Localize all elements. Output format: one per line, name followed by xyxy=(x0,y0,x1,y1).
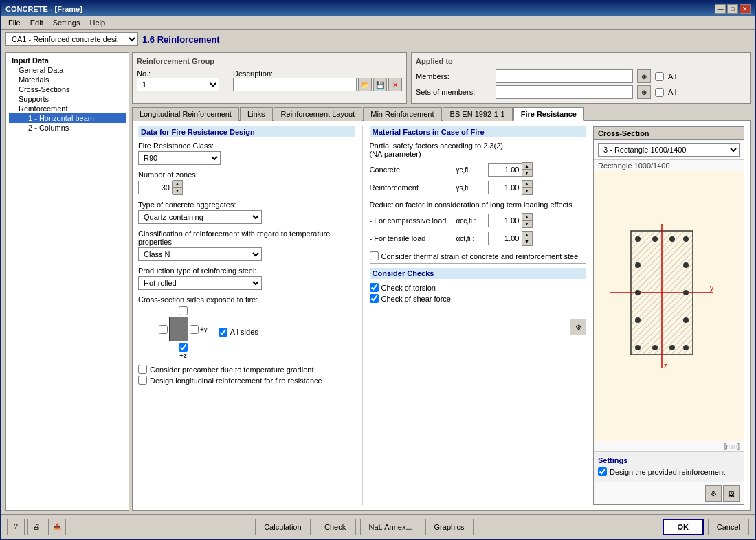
tree-columns[interactable]: 2 - Columns xyxy=(9,123,126,133)
nat-annex-button[interactable]: Nat. Annex... xyxy=(360,519,421,535)
svg-point-15 xyxy=(635,290,641,295)
thermal-checkbox[interactable] xyxy=(370,251,379,260)
compress-down-btn[interactable]: ▼ xyxy=(522,221,532,227)
section-label: 1.6 Reinforcement xyxy=(142,34,220,45)
precamber-checkbox[interactable] xyxy=(138,365,147,374)
tensile-down-btn[interactable]: ▼ xyxy=(522,238,532,245)
help-btn[interactable]: ? xyxy=(7,519,25,535)
sets-label: Sets of members: xyxy=(416,88,491,96)
longitudinal-reinf-checkbox[interactable] xyxy=(138,376,147,385)
tensile-up-btn[interactable]: ▲ xyxy=(522,232,532,238)
members-label: Members: xyxy=(416,72,491,80)
menu-edit[interactable]: Edit xyxy=(26,17,47,28)
shear-checkbox[interactable] xyxy=(370,294,379,303)
cs-shape-label: Rectangle 1000/1400 xyxy=(594,160,744,171)
svg-point-16 xyxy=(635,317,641,323)
side-left-checkbox[interactable] xyxy=(159,325,168,334)
menu-file[interactable]: File xyxy=(4,17,25,28)
cs-dropdown[interactable]: 3 - Rectangle 1000/1400 xyxy=(598,143,740,157)
aggregates-dropdown[interactable]: Quartz-containing Siliceous Calcareous xyxy=(138,210,262,224)
side-bottom-checkbox[interactable] xyxy=(179,343,188,352)
calculation-button[interactable]: Calculation xyxy=(255,519,310,535)
tab-layout[interactable]: Reinforcement Layout xyxy=(274,107,363,121)
no-dropdown[interactable]: 1 xyxy=(137,78,219,91)
delete-btn[interactable]: ✕ xyxy=(388,78,402,91)
settings-icon-btn[interactable]: ⚙ xyxy=(570,319,586,335)
tree-general-data[interactable]: General Data xyxy=(9,65,126,75)
tab-bs-en[interactable]: BS EN 1992-1-1 xyxy=(443,107,513,121)
reinf-down-btn[interactable]: ▼ xyxy=(522,188,532,194)
compress-factor-input[interactable] xyxy=(488,214,522,227)
concrete-factor-input[interactable] xyxy=(488,163,522,177)
save-btn[interactable]: 💾 xyxy=(373,78,387,91)
close-button[interactable]: ✕ xyxy=(740,4,751,14)
reinf-factor-input[interactable] xyxy=(488,181,522,194)
tensile-factor-input[interactable] xyxy=(488,232,522,245)
tree-reinforcement[interactable]: Reinforcement xyxy=(9,104,126,113)
plus-y-label: +y xyxy=(200,326,208,333)
sets-all-label: All xyxy=(668,88,676,96)
sets-all-checkbox[interactable] xyxy=(655,88,664,97)
tree-supports[interactable]: Supports xyxy=(9,94,126,104)
tab-fire-resistance[interactable]: Fire Resistance xyxy=(513,107,584,121)
members-all-checkbox[interactable] xyxy=(655,72,664,81)
cs-view-btn[interactable]: 🖼 xyxy=(723,485,740,502)
ok-button[interactable]: OK xyxy=(663,519,704,535)
tab-longitudinal[interactable]: Longitudinal Reinforcement xyxy=(132,107,239,121)
maximize-button[interactable]: □ xyxy=(727,4,738,14)
cancel-button[interactable]: Cancel xyxy=(708,519,749,535)
zones-group: Number of zones: ▲ ▼ xyxy=(138,170,355,195)
right-content: Reinforcement Group No.: 1 Description: … xyxy=(132,52,751,511)
torsion-checkbox[interactable] xyxy=(370,283,379,292)
tree-input-data[interactable]: Input Data xyxy=(9,56,126,65)
graphics-button[interactable]: Graphics xyxy=(425,519,474,535)
thermal-label: Consider thermal strain of concrete and … xyxy=(381,252,580,260)
members-pick-btn[interactable]: ⊕ xyxy=(637,69,651,83)
left-tree-panel: Input Data General Data Materials Cross-… xyxy=(5,52,129,511)
classification-dropdown[interactable]: Class N Class L Class H xyxy=(138,247,262,261)
svg-point-9 xyxy=(683,236,689,242)
fire-class-dropdown[interactable]: R90R30R60R120 xyxy=(138,151,221,165)
tensile-symbol: αct,fi : xyxy=(456,235,484,243)
fire-class-group: Fire Resistance Class: R90R30R60R120 xyxy=(138,142,355,165)
export-btn[interactable]: 📤 xyxy=(48,519,66,535)
tree-materials[interactable]: Materials xyxy=(9,75,126,85)
side-top-checkbox[interactable] xyxy=(179,306,188,315)
zones-input[interactable] xyxy=(138,181,173,194)
minimize-button[interactable]: — xyxy=(715,4,726,14)
zones-up-btn[interactable]: ▲ xyxy=(173,181,182,188)
fire-data-title: Data for Fire Resistance Design xyxy=(138,126,355,137)
concrete-factor-row: Concrete γc,fi : ▲ ▼ xyxy=(370,162,587,177)
menu-help[interactable]: Help xyxy=(85,17,109,28)
sets-input[interactable]: 4,5 xyxy=(496,85,633,99)
production-dropdown[interactable]: Hot-rolled Cold-worked xyxy=(138,276,262,290)
zones-down-btn[interactable]: ▼ xyxy=(173,188,182,194)
applied-to-box: Applied to Members: 10 ⊕ All Sets of mem… xyxy=(411,52,751,104)
design-reinf-checkbox[interactable] xyxy=(598,467,607,476)
check-button[interactable]: Check xyxy=(315,519,356,535)
tree-horizontal-beam[interactable]: 1 - Horizontal beam xyxy=(9,113,126,123)
tree-cross-sections[interactable]: Cross-Sections xyxy=(9,85,126,94)
concrete-up-btn[interactable]: ▲ xyxy=(522,163,532,170)
reduction-label: Reduction factor in consideration of lon… xyxy=(370,201,587,209)
ca-dropdown[interactable]: CA1 - Reinforced concrete desi... xyxy=(5,32,138,46)
side-right-checkbox[interactable] xyxy=(190,325,199,334)
print-btn[interactable]: 🖨 xyxy=(27,519,45,535)
tensile-factor-label: - For tensile load xyxy=(370,234,452,243)
menu-settings[interactable]: Settings xyxy=(49,17,85,28)
members-input[interactable]: 10 xyxy=(496,69,633,83)
sets-pick-btn[interactable]: ⊕ xyxy=(637,85,651,99)
cs-settings-btn[interactable]: ⚙ xyxy=(705,485,722,502)
tab-min-reinf[interactable]: Min Reinforcement xyxy=(363,107,441,121)
bottom-center-buttons: Calculation Check Nat. Annex... Graphics xyxy=(255,519,473,535)
production-label: Production type of reinforcing steel: xyxy=(138,267,355,275)
design-reinf-row: Design the provided reinforcement xyxy=(598,467,740,476)
folder-open-btn[interactable]: 📂 xyxy=(358,78,372,91)
concrete-down-btn[interactable]: ▼ xyxy=(522,170,532,177)
reinf-up-btn[interactable]: ▲ xyxy=(522,181,532,188)
desc-input[interactable]: Horizontal beam xyxy=(233,78,357,91)
material-factors-title: Material Factors in Case of Fire xyxy=(370,126,587,137)
all-sides-checkbox[interactable] xyxy=(219,328,227,337)
tab-links[interactable]: Links xyxy=(240,107,273,121)
compress-up-btn[interactable]: ▲ xyxy=(522,214,532,221)
